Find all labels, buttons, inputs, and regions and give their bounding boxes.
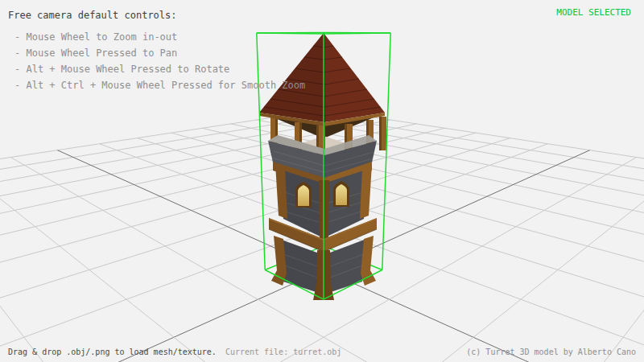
help-title: Free camera default controls: xyxy=(8,10,305,21)
bbox-edge xyxy=(324,32,390,33)
help-item: - Alt + Mouse Wheel Pressed to Rotate xyxy=(14,61,305,77)
help-item: - Alt + Ctrl + Mouse Wheel Pressed for S… xyxy=(14,77,305,93)
window-right xyxy=(333,181,349,207)
grid-line xyxy=(171,133,644,362)
model-credit: (c) Turret 3D model by Alberto Cano xyxy=(466,348,636,356)
model-viewer-window: Free camera default controls: - Mouse Wh… xyxy=(0,0,644,362)
help-item: - Mouse Wheel to Zoom in-out xyxy=(14,29,305,45)
grid-line xyxy=(137,138,644,362)
drop-hint: Drag & drop .obj/.png to load mesh/textu… xyxy=(8,348,217,356)
current-file-label: Current file: turret.obj xyxy=(225,348,342,356)
window-left xyxy=(295,182,312,208)
grid-line xyxy=(0,138,510,362)
grid-line xyxy=(0,133,476,362)
bbox-edge xyxy=(382,33,390,269)
roof-right-face xyxy=(324,33,385,122)
help-item: - Mouse Wheel Pressed to Pan xyxy=(14,45,305,61)
model-selected-status: MODEL SELECTED xyxy=(556,7,631,18)
camera-controls-help: Free camera default controls: - Mouse Wh… xyxy=(8,10,305,93)
grid-line xyxy=(0,144,548,362)
statusbar-left: Drag & drop .obj/.png to load mesh/textu… xyxy=(8,348,341,356)
